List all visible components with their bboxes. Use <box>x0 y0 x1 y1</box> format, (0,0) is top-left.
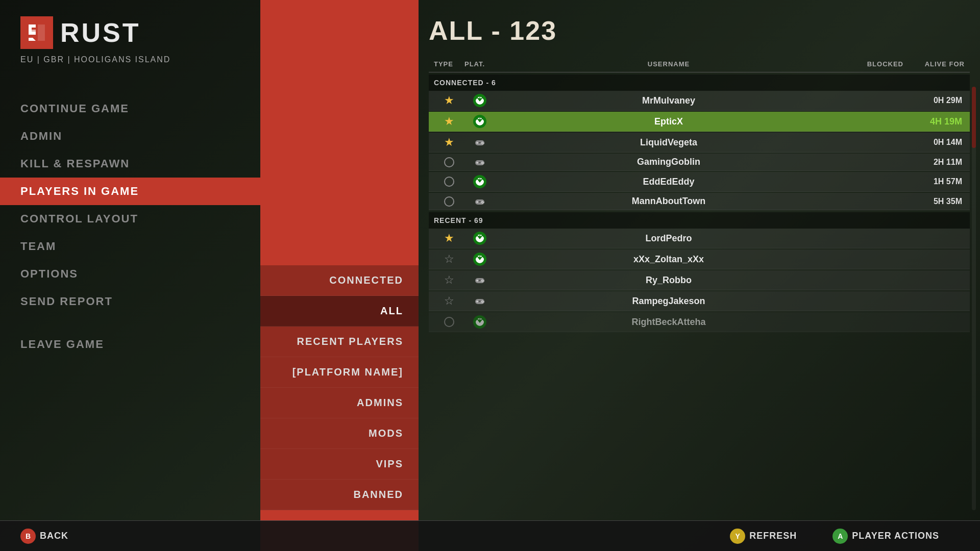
y-button[interactable]: Y <box>730 529 745 544</box>
svg-point-12 <box>480 118 481 119</box>
type-cell: ★ <box>434 94 464 107</box>
table-row[interactable]: RightBeckAtteha <box>429 312 970 332</box>
nav-item-control-layout[interactable]: CONTROL LAYOUT <box>0 205 260 233</box>
svg-point-7 <box>473 94 486 107</box>
middle-panel: CONNECTEDALLRECENT PLAYERS[PLATFORM NAME… <box>260 0 419 551</box>
svg-point-31 <box>480 178 481 179</box>
nav-item-kill-respawn[interactable]: KILL & RESPAWN <box>0 150 260 178</box>
filter-admins[interactable]: ADMINS <box>260 388 419 418</box>
bottom-right-actions: Y Refresh A Player Actions <box>730 529 960 544</box>
left-panel: RUST EU | GBR | HOOLIGANS ISLAND CONTINU… <box>0 0 260 551</box>
username-cell: MannAboutTown <box>495 196 842 207</box>
username-cell: LordPedro <box>495 233 842 244</box>
nav-item-continue[interactable]: CONTINUE GAME <box>0 95 260 122</box>
svg-rect-61 <box>479 300 481 302</box>
alive-cell: 1H 57M <box>903 177 965 186</box>
type-cell: ★ <box>434 136 464 149</box>
nav-item-leave-game[interactable]: LEAVE GAME <box>0 331 260 358</box>
refresh-action[interactable]: Y Refresh <box>730 529 797 544</box>
logo-area: RUST EU | GBR | HOOLIGANS ISLAND <box>0 0 260 74</box>
table-row[interactable]: ☆ xXx_Zoltan_xXx <box>429 249 970 269</box>
svg-rect-5 <box>38 24 45 41</box>
table-row[interactable]: ★ LiquidVegeta 0H 14M <box>429 133 970 153</box>
star-empty-icon: ☆ <box>444 273 454 287</box>
svg-point-19 <box>482 143 483 144</box>
type-cell: ★ <box>434 232 464 245</box>
nav-item-options[interactable]: OPTIONS <box>0 260 260 288</box>
platform-cell <box>464 115 495 128</box>
svg-point-44 <box>478 256 479 257</box>
svg-rect-2 <box>29 28 32 32</box>
alive-cell: 4H 19M <box>903 116 965 127</box>
svg-point-9 <box>480 97 481 98</box>
filter-vips[interactable]: VIPS <box>260 449 419 480</box>
table-row[interactable]: GamingGoblin 2H 11M <box>429 154 970 171</box>
svg-rect-23 <box>476 162 478 163</box>
table-row[interactable]: ☆ Ry_Robbo <box>429 270 970 290</box>
svg-point-63 <box>478 318 479 319</box>
star-filled-icon: ★ <box>444 136 454 149</box>
a-button[interactable]: A <box>832 529 848 544</box>
filter-connected[interactable]: CONNECTED <box>260 265 419 296</box>
svg-point-45 <box>480 256 481 257</box>
table-row[interactable]: ★ LordPedro <box>429 229 970 248</box>
username-cell: EpticX <box>495 116 842 127</box>
player-actions-action[interactable]: A Player Actions <box>832 529 939 544</box>
username-cell: LiquidVegeta <box>495 137 842 148</box>
type-cell <box>434 177 464 187</box>
nav-item-players-in-game[interactable]: PLAYERS IN GAME <box>0 178 260 205</box>
filter-mods[interactable]: MODS <box>260 418 419 449</box>
filter-recent-players[interactable]: RECENT PLAYERS <box>260 327 419 357</box>
type-cell <box>434 317 464 327</box>
filter-banned[interactable]: BANNED <box>260 480 419 510</box>
b-button[interactable]: B <box>20 529 36 544</box>
username-cell: GamingGoblin <box>495 157 842 167</box>
svg-point-57 <box>482 300 483 302</box>
svg-point-50 <box>483 280 484 281</box>
bottom-bar: B Back Y Refresh A Player Actions <box>0 520 980 551</box>
svg-point-36 <box>483 202 484 203</box>
platform-cell <box>464 137 495 147</box>
username-cell: RampegJakeson <box>495 296 842 307</box>
platform-cell <box>464 232 495 245</box>
svg-rect-20 <box>479 142 481 143</box>
table-row[interactable]: ☆ RampegJakeson <box>429 291 970 311</box>
svg-point-43 <box>473 253 486 266</box>
svg-point-35 <box>482 201 483 202</box>
header-alive: ALIVE FOR <box>903 60 965 68</box>
table-row[interactable]: ★ MrMulvaney 0H 29M <box>429 91 970 111</box>
nav-item-team[interactable]: TEAM <box>0 233 260 260</box>
circle-icon <box>444 177 454 187</box>
player-actions-label: Player Actions <box>852 531 939 541</box>
type-cell <box>434 196 464 207</box>
filter-platform-name[interactable]: [PLATFORM NAME] <box>260 357 419 388</box>
username-cell: EddEdEddy <box>495 177 842 187</box>
refresh-label: Refresh <box>749 531 797 541</box>
svg-point-11 <box>478 118 479 119</box>
players-list: CONNECTED - 6 ★ MrMulvaney 0H 29M ★ Epti… <box>429 72 970 515</box>
table-row[interactable]: EddEdEddy 1H 57M <box>429 172 970 192</box>
circle-icon <box>444 317 454 327</box>
star-empty-icon: ☆ <box>444 253 454 266</box>
svg-point-49 <box>482 280 483 281</box>
svg-point-38 <box>482 202 483 203</box>
platform-cell <box>464 196 495 207</box>
nav-item-send-report[interactable]: SEND REPORT <box>0 288 260 315</box>
filter-all[interactable]: ALL <box>260 296 419 327</box>
svg-point-8 <box>478 97 479 98</box>
table-row[interactable]: MannAboutTown 5H 35M <box>429 193 970 210</box>
table-row[interactable]: ★ EpticX 4H 19M <box>429 112 970 132</box>
svg-point-17 <box>483 142 484 143</box>
platform-cell <box>464 94 495 107</box>
svg-point-58 <box>483 301 484 302</box>
recent-section-header: RECENT - 69 <box>429 212 970 229</box>
server-info: EU | GBR | HOOLIGANS ISLAND <box>20 55 240 64</box>
back-action[interactable]: B Back <box>20 529 68 544</box>
username-cell: Ry_Robbo <box>495 275 842 286</box>
right-panel: ALL - 123 TYPE PLAT. USERNAME BLOCKED AL… <box>419 0 980 551</box>
svg-point-60 <box>482 302 483 303</box>
svg-point-41 <box>478 235 479 236</box>
nav-item-admin[interactable]: ADMIN <box>0 122 260 150</box>
star-empty-icon: ☆ <box>444 294 454 308</box>
players-title: ALL - 123 <box>429 15 970 46</box>
